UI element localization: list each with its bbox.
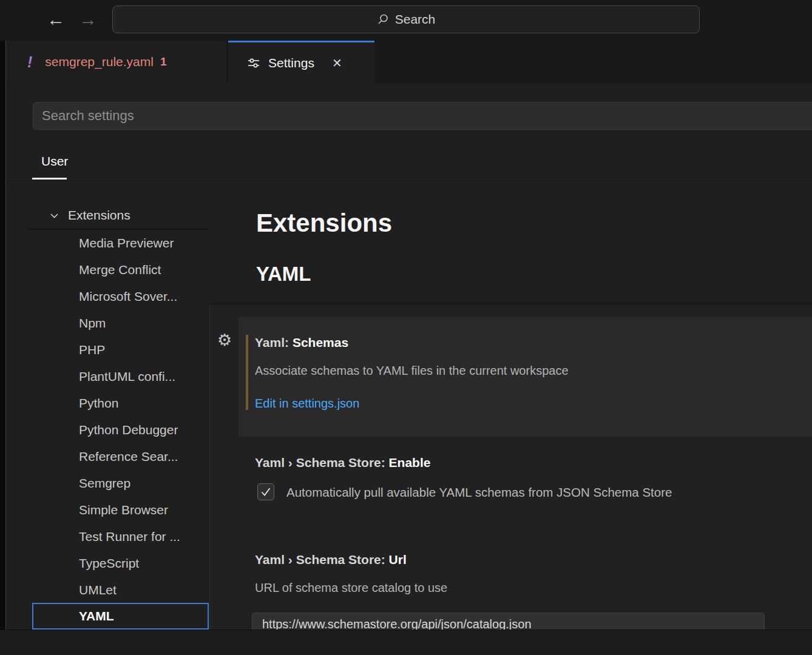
toc-list: Media PreviewerMerge ConflictMicrosoft S… — [6, 230, 209, 603]
setting-description: Associate schemas to YAML files in the c… — [255, 364, 569, 378]
settings-search-input[interactable]: Search settings — [33, 102, 812, 130]
close-icon[interactable]: ✕ — [332, 56, 342, 70]
section-title: YAML — [256, 263, 311, 286]
toc-selected-label: YAML — [79, 609, 114, 623]
window-left-edge — [0, 41, 6, 630]
check-icon — [260, 486, 272, 498]
command-center-search[interactable]: Search — [112, 5, 700, 33]
setting-category: Yaml: — [255, 335, 293, 349]
checkbox-label[interactable]: Automatically pull available YAML schema… — [286, 485, 672, 500]
setting-title-schema-store-enable: Yaml › Schema Store: Enable — [255, 455, 430, 470]
setting-description: URL of schema store catalog to use — [255, 581, 447, 595]
schema-store-enable-checkbox[interactable] — [257, 483, 274, 500]
tab-label: Settings — [268, 56, 314, 70]
setting-category: Yaml › Schema Store: — [255, 455, 389, 469]
forward-arrow-icon[interactable]: → — [79, 8, 97, 30]
sidebar-item-npm[interactable]: Npm — [6, 310, 209, 337]
tab-strip: ! semgrep_rule.yaml 1 Settings ✕ — [0, 41, 812, 83]
tab-user-scope[interactable]: User — [41, 154, 68, 169]
setting-name: Enable — [389, 455, 431, 469]
bottom-panel-edge — [0, 630, 812, 655]
sidebar-item-python[interactable]: Python — [6, 390, 209, 417]
sidebar-item-test-runner-for[interactable]: Test Runner for ... — [6, 523, 209, 550]
setting-category: Yaml › Schema Store: — [255, 553, 389, 566]
sidebar-item-semgrep[interactable]: Semgrep — [6, 470, 209, 497]
sidebar-item-plantuml-confi[interactable]: PlantUML confi... — [6, 363, 209, 390]
sidebar-item-merge-conflict[interactable]: Merge Conflict — [6, 257, 209, 283]
sidebar-item-yaml-selected[interactable]: YAML — [32, 603, 209, 630]
tab-semgrep-rule-yaml[interactable]: ! semgrep_rule.yaml 1 — [4, 41, 228, 83]
schema-store-url-input[interactable]: https://www.schemastore.org/api/json/cat… — [252, 613, 765, 630]
scroll-shadow — [210, 303, 812, 304]
yaml-file-icon: ! — [27, 53, 32, 71]
problems-badge: 1 — [160, 55, 167, 69]
sidebar-item-umlet[interactable]: UMLet — [6, 577, 209, 603]
search-icon — [377, 13, 389, 25]
search-placeholder: Search — [395, 12, 436, 27]
header-separator — [0, 181, 812, 181]
modified-indicator — [246, 335, 248, 410]
page-title: Extensions — [256, 209, 392, 238]
sidebar-item-media-previewer[interactable]: Media Previewer — [6, 230, 209, 257]
setting-name: Url — [389, 553, 407, 566]
setting-title-schema-store-url: Yaml › Schema Store: Url — [255, 553, 407, 567]
sidebar-item-extensions[interactable]: Extensions — [32, 202, 209, 229]
gear-icon[interactable]: ⚙ — [217, 331, 232, 350]
toc-root-label: Extensions — [68, 208, 130, 223]
tab-label: semgrep_rule.yaml — [45, 55, 154, 69]
back-arrow-icon[interactable]: ← — [47, 8, 65, 30]
sidebar-item-python-debugger[interactable]: Python Debugger — [6, 417, 209, 443]
sliders-icon — [246, 56, 261, 70]
url-input-value: https://www.schemastore.org/api/json/cat… — [262, 617, 532, 630]
setting-title-schemas: Yaml: Schemas — [255, 335, 348, 350]
sidebar-item-simple-browser[interactable]: Simple Browser — [6, 497, 209, 523]
sidebar-item-php[interactable]: PHP — [6, 337, 209, 363]
title-bar: ← → Search — [0, 0, 812, 41]
sidebar-item-microsoft-sover[interactable]: Microsoft Sover... — [6, 283, 209, 310]
sidebar-item-typescript[interactable]: TypeScript — [6, 550, 209, 577]
edit-in-settings-json-link[interactable]: Edit in settings.json — [255, 397, 359, 411]
chevron-down-icon — [49, 210, 60, 221]
setting-name: Schemas — [293, 335, 348, 349]
user-scope-active-underline — [32, 178, 67, 180]
settings-search-placeholder: Search settings — [42, 108, 134, 124]
sidebar-item-reference-sear[interactable]: Reference Sear... — [6, 443, 209, 470]
tab-settings[interactable]: Settings ✕ — [228, 41, 374, 83]
